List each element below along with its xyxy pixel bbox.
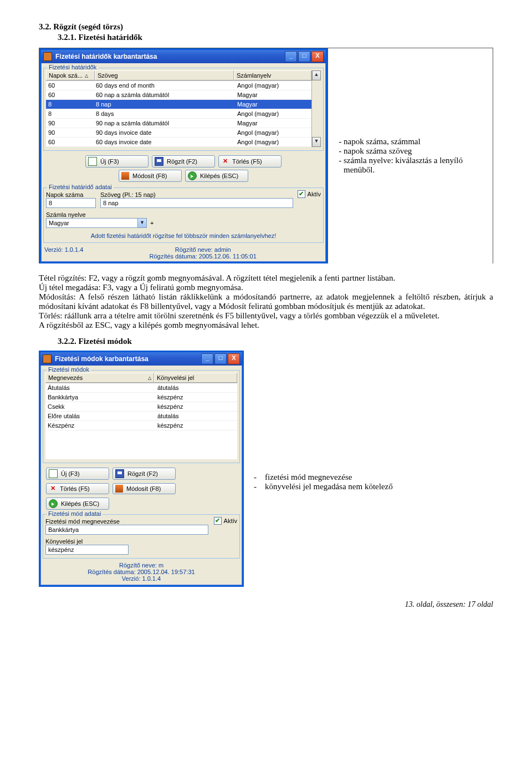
delete-label: Törlés (F5) [232, 158, 262, 165]
side1-item: napok száma, számmal [344, 137, 487, 146]
delete-button[interactable]: ✕Törlés (F5) [218, 155, 282, 168]
col-napok[interactable]: Napok szá... [49, 72, 83, 79]
scrollbar[interactable]: ▲ ▼ [311, 70, 321, 147]
label-kjel: Könyvelési jel [45, 538, 237, 545]
chevron-down-icon: ▼ [137, 219, 146, 227]
table-row[interactable]: 6060 nap a számla dátumátólMagyar [46, 90, 311, 100]
para-p1: Tétel rögzítés: F2, vagy a rögzít gomb m… [39, 273, 493, 283]
save-button[interactable]: Rögzít (F2) [112, 468, 176, 480]
delete-label: Törlés (F5) [60, 485, 90, 492]
side-text-1: napok száma, számmal napok száma szöveg … [328, 48, 493, 263]
save-button[interactable]: Rögzít (F2) [152, 155, 215, 168]
table-row[interactable]: 6060 days invoice dateAngol (magyar) [46, 138, 311, 147]
maximize-button[interactable]: □ [214, 353, 227, 364]
table-row[interactable]: 9090 nap a számla dátumátólMagyar [46, 119, 311, 128]
new-label: Új (F3) [61, 470, 80, 477]
titlebar: Fizetési határidők karbantartása _ □ X [41, 50, 326, 63]
exit-icon [49, 499, 58, 508]
grid-body-2[interactable]: ÁtutalásátutalásBankkártyakészpénzCsekkk… [45, 383, 237, 430]
input-megnevezes[interactable]: Bankkártya [45, 525, 208, 535]
table-row[interactable]: Átutalásátutalás [45, 383, 237, 393]
window-fizetesi-hataridok: Fizetési határidők karbantartása _ □ X F… [39, 48, 328, 263]
window-fizetesi-modok: Fizetési módok karbantartása _ □ X Fizet… [39, 351, 244, 587]
paragraph-block: Tétel rögzítés: F2, vagy a rögzít gomb m… [39, 273, 493, 330]
para-p2: Új tétel megadása: F3, vagy a Új felirat… [39, 283, 493, 292]
table-row[interactable]: 88 daysAngol (magyar) [46, 109, 311, 119]
input-szoveg[interactable]: 8 nap [100, 198, 293, 208]
toolbar-row2: Módosít (F8) Kilépés (ESC) [41, 170, 326, 184]
status-user-2: Rögzítő neve: m [43, 562, 240, 569]
edit-button[interactable]: Módosít (F8) [112, 483, 176, 494]
edit-icon [121, 172, 129, 180]
plus-label: + [150, 220, 154, 226]
delete-icon: ✕ [221, 158, 229, 165]
table-row[interactable]: Csekkkészpénz [45, 402, 237, 412]
exit-button[interactable]: Kilépés (ESC) [46, 498, 109, 510]
scroll-up-icon[interactable]: ▲ [312, 70, 321, 80]
col-szoveg[interactable]: Szöveg [95, 70, 234, 80]
group-mod-adatai: Fizetési mód adatai Fizetési mód megneve… [43, 514, 240, 559]
grid-body[interactable]: 6060 days end of monthAngol (magyar)6060… [46, 81, 311, 147]
status-user: Rögzítő neve: admin [83, 246, 323, 253]
table-row[interactable]: Készpénzkészpénz [45, 421, 237, 430]
close-button[interactable]: X [311, 51, 324, 62]
edit-button[interactable]: Módosít (F8) [119, 170, 182, 182]
minimize-button[interactable]: _ [285, 51, 297, 62]
scroll-down-icon[interactable]: ▼ [312, 137, 321, 147]
save-icon [155, 157, 163, 166]
new-label: Új (F3) [100, 158, 119, 165]
save-label: Rögzít (F2) [167, 158, 197, 165]
titlebar-2: Fizetési módok karbantartása _ □ X [40, 352, 242, 366]
table-row[interactable]: 88 napMagyar [46, 100, 311, 109]
sort-icon: △ [85, 73, 88, 78]
col-megnevezes[interactable]: Megnevezés [48, 374, 83, 381]
status-date: Rögzítés dátuma: 2005.12.06. 11:05:01 [83, 253, 323, 260]
delete-icon: ✕ [49, 485, 57, 493]
side2-item: - fizetési mód megnevezése [254, 473, 393, 482]
grid-header: Napok szá... △ Szöveg Számlanyelv [46, 70, 311, 81]
maximize-button[interactable]: □ [298, 51, 310, 62]
exit-label: Kilépés (ESC) [200, 173, 238, 179]
label-aktiv: Aktív [308, 191, 321, 197]
group-legend-2b: Fizetési mód adatai [47, 510, 103, 517]
new-button[interactable]: Új (F3) [85, 155, 149, 168]
table-row[interactable]: 9090 days invoice dateAngol (magyar) [46, 128, 311, 138]
side-text-2: - fizetési mód megnevezése - könyvelési … [254, 473, 393, 491]
group-fizetesi-modok: Fizetési módok Megnevezés △ Könyvelési j… [43, 370, 240, 463]
delete-button[interactable]: ✕Törlés (F5) [46, 483, 109, 494]
table-row[interactable]: Előre utalásátutalás [45, 412, 237, 421]
exit-button[interactable]: Kilépés (ESC) [185, 170, 248, 182]
check-icon: ✔ [298, 190, 305, 198]
edit-label: Módosít (F8) [132, 173, 167, 179]
edit-icon [115, 485, 123, 493]
toolbar: Új (F3) Rögzít (F2) ✕Törlés (F5) [41, 153, 326, 170]
para-p3: Módosítás: A felső részen látható listán… [39, 292, 493, 311]
close-button[interactable]: X [228, 353, 240, 364]
toolbar-2: Új (F3) Rögzít (F2) ✕Törlés (F5) Módosít… [40, 465, 242, 512]
para-p5: A rögzítésből az ESC, vagy a kilépés gom… [39, 321, 493, 330]
para-p4: Törlés: ráállunk arra a tételre amit tör… [39, 311, 493, 321]
col-konyvelesi-jel[interactable]: Könyvelési jel [154, 373, 237, 383]
exit-label: Kilépés (ESC) [61, 500, 99, 507]
label-aktiv-2: Aktív [224, 518, 237, 524]
checkbox-aktiv[interactable]: ✔ Aktív [298, 190, 321, 198]
window-title: Fizetési határidők karbantartása [55, 53, 284, 60]
table-row[interactable]: 6060 days end of monthAngol (magyar) [46, 81, 311, 90]
heading-3-2: 3.2. Rögzít (segéd törzs) [39, 22, 493, 32]
grid-header-2: Megnevezés △ Könyvelési jel [45, 373, 237, 383]
side1-item: napok száma szöveg [344, 146, 487, 156]
input-napok[interactable]: 8 [46, 198, 96, 208]
label-nyelv: Számla nyelve [46, 211, 321, 218]
input-kjel[interactable]: készpénz [45, 545, 129, 555]
checkbox-aktiv-2[interactable]: ✔ Aktív [214, 517, 237, 525]
table-row[interactable]: Bankkártyakészpénz [45, 393, 237, 402]
minimize-button[interactable]: _ [201, 353, 213, 364]
new-button[interactable]: Új (F3) [46, 468, 109, 480]
save-label: Rögzít (F2) [127, 470, 158, 477]
exit-icon [188, 171, 197, 180]
select-value: Magyar [47, 219, 137, 227]
page-footer: 13. oldal, összesen: 17 oldal [39, 600, 493, 609]
col-szamlanyelv[interactable]: Számlanyelv [234, 70, 311, 80]
select-nyelv[interactable]: Magyar ▼ [46, 218, 147, 228]
edit-label: Módosít (F8) [126, 485, 161, 492]
